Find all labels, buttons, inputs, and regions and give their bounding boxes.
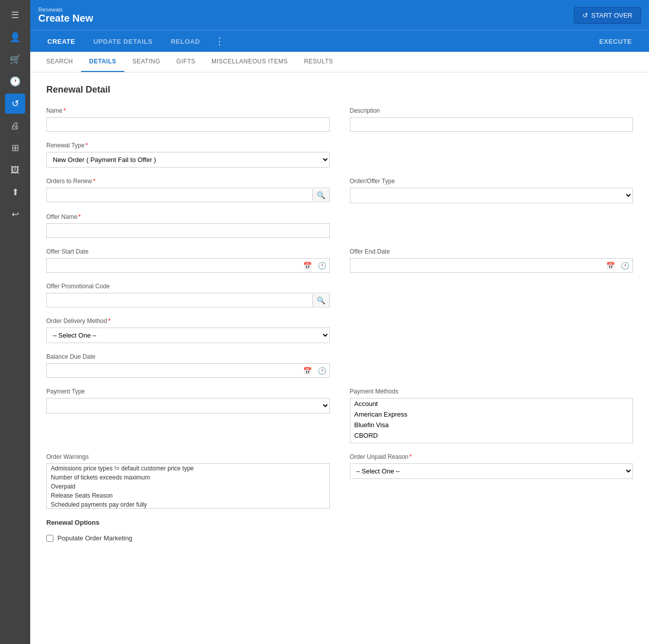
menu-icon[interactable]: ☰: [5, 5, 25, 25]
payment-method-bluefin[interactable]: Bluefin Visa: [350, 420, 633, 430]
populate-marketing-row: Populate Order Marketing: [46, 534, 633, 542]
promo-code-label: Offer Promotional Code: [46, 283, 330, 290]
page-title: Renewal Detail: [46, 85, 633, 95]
promo-code-input-group: 🔍: [46, 293, 330, 307]
payment-row: Payment Type Payment Methods Account Ame…: [46, 388, 633, 443]
renewal-type-row: Renewal Type* New Order ( Payment Fail t…: [46, 142, 633, 168]
order-unpaid-reason-select[interactable]: – Select One –: [350, 463, 633, 479]
offer-start-date-input-group: 📅 🕐: [46, 258, 330, 273]
balance-due-group: Balance Due Date 📅 🕐: [46, 353, 330, 378]
delivery-method-required: *: [108, 317, 111, 325]
warnings-unpaid-row: Order Warnings Admissions price types !=…: [46, 453, 633, 509]
delivery-method-row: Order Delivery Method* – Select One –: [46, 317, 633, 343]
start-over-button[interactable]: ↺ START OVER: [574, 7, 641, 24]
order-unpaid-reason-required: *: [409, 453, 412, 460]
balance-due-calendar-icon[interactable]: 📅: [300, 365, 315, 377]
page-header-title: Create New: [38, 13, 93, 24]
offer-start-date-clock-icon[interactable]: 🕐: [315, 260, 329, 272]
content-area: Renewal Detail Name* Description Renewal…: [30, 72, 649, 644]
offer-name-placeholder: [350, 213, 633, 238]
start-over-icon: ↺: [583, 12, 588, 19]
offer-end-date-clock-icon[interactable]: 🕐: [618, 260, 632, 272]
upload-icon[interactable]: ⬆: [5, 182, 25, 202]
populate-marketing-checkbox[interactable]: [46, 535, 53, 542]
description-group: Description: [350, 107, 633, 132]
payment-method-crgtm[interactable]: CR-GTM-VISA: [350, 441, 633, 443]
cart-icon[interactable]: 🛒: [5, 49, 25, 69]
update-details-button[interactable]: UPDATE DETAILS: [84, 33, 162, 50]
tab-miscellaneous[interactable]: MISCELLANEOUS ITEMS: [203, 52, 296, 72]
tab-seating[interactable]: SEATING: [124, 52, 168, 72]
warning-admissions: Admissions price types != default custom…: [47, 464, 329, 473]
create-button[interactable]: CREATE: [38, 33, 84, 50]
offer-name-required: *: [79, 213, 81, 220]
renewal-options-title: Renewal Options: [46, 519, 633, 526]
renewal-options-group: Renewal Options Populate Order Marketing: [46, 519, 633, 542]
orders-to-renew-required: *: [93, 178, 96, 185]
payment-type-select[interactable]: [46, 398, 330, 414]
print-icon[interactable]: 🖨: [5, 116, 25, 136]
order-offer-type-select[interactable]: [350, 188, 633, 203]
table-icon[interactable]: ⊞: [5, 138, 25, 158]
name-description-row: Name* Description: [46, 107, 633, 132]
history-icon[interactable]: ↺: [5, 94, 25, 114]
more-button[interactable]: ⋮: [209, 31, 230, 52]
offer-end-date-input[interactable]: [350, 259, 604, 272]
payment-method-account[interactable]: Account: [350, 398, 633, 409]
balance-due-input-group: 📅 🕐: [46, 363, 330, 378]
renewal-options-row: Renewal Options Populate Order Marketing: [46, 519, 633, 542]
balance-due-row: Balance Due Date 📅 🕐: [46, 353, 633, 378]
order-offer-type-label: Order/Offer Type: [350, 178, 633, 185]
delivery-method-placeholder: [350, 317, 633, 343]
payment-type-group: Payment Type: [46, 388, 330, 443]
orders-to-renew-search-icon[interactable]: 🔍: [312, 189, 329, 201]
offer-end-date-label: Offer End Date: [350, 248, 633, 255]
description-label: Description: [350, 107, 633, 114]
payment-type-label: Payment Type: [46, 388, 330, 395]
tab-details[interactable]: DETAILS: [81, 52, 124, 72]
balance-due-input[interactable]: [47, 364, 300, 377]
renewal-type-placeholder: [350, 142, 633, 168]
populate-marketing-label[interactable]: Populate Order Marketing: [57, 534, 132, 542]
offer-name-row: Offer Name*: [46, 213, 633, 238]
clock-icon[interactable]: 🕐: [5, 71, 25, 92]
payment-methods-listbox[interactable]: Account American Express Bluefin Visa CB…: [350, 398, 633, 443]
payment-method-cbord[interactable]: CBORD: [350, 430, 633, 441]
tab-search[interactable]: SEARCH: [38, 52, 81, 72]
payment-methods-group: Payment Methods Account American Express…: [350, 388, 633, 443]
promo-code-input[interactable]: [47, 293, 312, 307]
exit-icon[interactable]: ↩: [5, 204, 25, 224]
offer-start-date-input[interactable]: [47, 259, 300, 272]
renewal-type-label: Renewal Type*: [46, 142, 330, 149]
payment-method-amex[interactable]: American Express: [350, 409, 633, 420]
media-icon[interactable]: 🖼: [5, 160, 25, 180]
tab-gifts[interactable]: GIFTS: [168, 52, 203, 72]
warning-tickets: Number of tickets exceeds maximum: [47, 473, 329, 482]
balance-due-clock-icon[interactable]: 🕐: [315, 365, 329, 377]
execute-button[interactable]: EXECUTE: [590, 33, 641, 50]
offer-name-input[interactable]: [46, 223, 330, 238]
name-input[interactable]: [46, 117, 330, 132]
renewal-type-select[interactable]: New Order ( Payment Fail to Offer ) Rene…: [46, 152, 330, 168]
orders-to-renew-label: Orders to Renew*: [46, 178, 330, 185]
name-label: Name*: [46, 107, 330, 114]
order-warnings-label: Order Warnings: [46, 453, 330, 460]
promo-code-placeholder: [350, 283, 633, 307]
orders-to-renew-input[interactable]: [47, 188, 312, 202]
tab-results[interactable]: RESULTS: [296, 52, 341, 72]
user-icon[interactable]: 👤: [5, 27, 25, 47]
sidebar: ☰ 👤 🛒 🕐 ↺ 🖨 ⊞ 🖼 ⬆ ↩: [0, 0, 30, 644]
order-offer-type-group: Order/Offer Type: [350, 178, 633, 203]
name-required: *: [63, 107, 66, 114]
offer-end-date-calendar-icon[interactable]: 📅: [603, 260, 618, 272]
renewal-type-required: *: [86, 142, 88, 149]
reload-button[interactable]: RELOAD: [162, 33, 209, 50]
offer-start-date-calendar-icon[interactable]: 📅: [300, 260, 315, 272]
main-area: Renewals Create New ↺ START OVER CREATE …: [30, 0, 649, 644]
promo-code-search-icon[interactable]: 🔍: [312, 294, 329, 306]
orders-to-renew-input-group: 🔍: [46, 188, 330, 202]
delivery-method-select[interactable]: – Select One –: [46, 328, 330, 343]
balance-due-label: Balance Due Date: [46, 353, 330, 360]
balance-due-placeholder: [350, 353, 633, 378]
description-input[interactable]: [350, 117, 633, 132]
